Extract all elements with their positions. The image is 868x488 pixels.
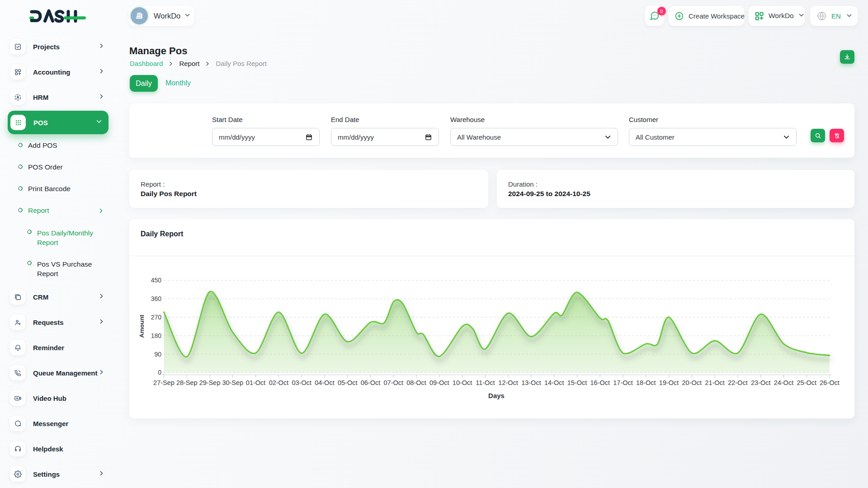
svg-text:16-Oct: 16-Oct <box>590 379 610 386</box>
svg-text:14-Oct: 14-Oct <box>544 379 564 386</box>
svg-text:23-Oct: 23-Oct <box>751 379 771 386</box>
svg-text:360: 360 <box>151 295 162 302</box>
svg-text:04-Oct: 04-Oct <box>315 379 335 386</box>
svg-text:02-Oct: 02-Oct <box>269 379 289 386</box>
svg-text:0: 0 <box>158 369 161 376</box>
svg-text:28-Sep: 28-Sep <box>176 379 198 386</box>
svg-text:12-Oct: 12-Oct <box>498 379 518 386</box>
svg-text:25-Oct: 25-Oct <box>797 379 816 386</box>
svg-text:15-Oct: 15-Oct <box>567 379 587 386</box>
svg-text:26-Oct: 26-Oct <box>820 379 840 386</box>
svg-text:01-Oct: 01-Oct <box>246 379 266 386</box>
svg-text:Amount: Amount <box>138 314 145 338</box>
svg-text:05-Oct: 05-Oct <box>338 379 358 386</box>
svg-text:180: 180 <box>151 332 162 339</box>
svg-text:Days: Days <box>488 392 505 399</box>
svg-text:17-Oct: 17-Oct <box>613 379 633 386</box>
svg-text:08-Oct: 08-Oct <box>406 379 426 386</box>
svg-text:13-Oct: 13-Oct <box>521 379 541 386</box>
svg-text:29-Sep: 29-Sep <box>199 379 221 386</box>
svg-text:07-Oct: 07-Oct <box>384 379 404 386</box>
svg-text:18-Oct: 18-Oct <box>636 379 656 386</box>
svg-text:09-Oct: 09-Oct <box>429 379 449 386</box>
svg-text:30-Sep: 30-Sep <box>222 379 243 386</box>
svg-text:19-Oct: 19-Oct <box>659 379 679 386</box>
svg-text:03-Oct: 03-Oct <box>292 379 311 386</box>
svg-text:22-Oct: 22-Oct <box>728 379 748 386</box>
svg-text:20-Oct: 20-Oct <box>682 379 702 386</box>
svg-text:24-Oct: 24-Oct <box>774 379 794 386</box>
svg-text:27-Sep: 27-Sep <box>153 379 175 386</box>
svg-text:90: 90 <box>154 351 161 358</box>
svg-text:06-Oct: 06-Oct <box>361 379 381 386</box>
svg-text:450: 450 <box>151 277 162 284</box>
svg-text:10-Oct: 10-Oct <box>453 379 472 386</box>
svg-text:270: 270 <box>151 314 162 321</box>
svg-text:11-Oct: 11-Oct <box>476 379 495 386</box>
svg-text:21-Oct: 21-Oct <box>705 379 725 386</box>
